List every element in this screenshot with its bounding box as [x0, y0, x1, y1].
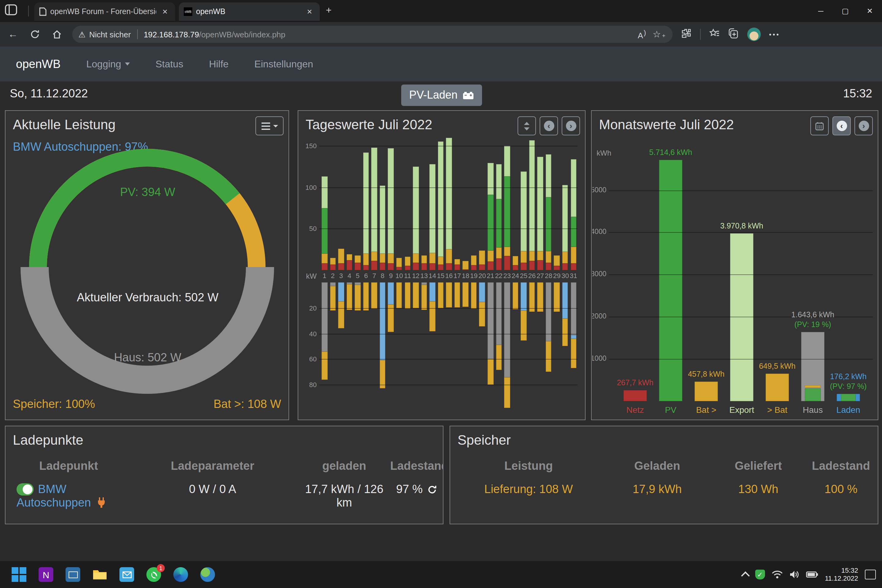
bar-segment — [330, 264, 336, 270]
maximize-button[interactable]: ▢ — [833, 7, 858, 15]
bar-segment — [322, 254, 327, 263]
bar-segment — [388, 282, 394, 304]
extensions-icon[interactable] — [681, 28, 692, 41]
collections-icon[interactable] — [728, 28, 739, 41]
tray-clock[interactable]: 15:3211.12.2022 — [825, 567, 858, 582]
bar-segment — [429, 282, 435, 302]
nav-logging[interactable]: Logging — [86, 58, 130, 69]
bar-segment — [380, 254, 386, 263]
previous-day-button[interactable]: ‹ — [540, 116, 558, 135]
daily-chart[interactable]: 5010015020406080kW1234567891011121314151… — [298, 111, 585, 420]
refresh-icon[interactable] — [428, 485, 437, 494]
close-tab-icon[interactable]: ✕ — [160, 8, 170, 16]
openwb-favicon: oWB — [184, 8, 192, 16]
gridline — [319, 385, 578, 385]
x-axis-tick: 30 — [561, 272, 569, 279]
nav-status[interactable]: Status — [156, 58, 183, 69]
bar-segment — [479, 282, 485, 302]
next-day-button[interactable]: › — [562, 116, 580, 135]
bar-segment — [372, 252, 377, 261]
bar-segment — [496, 345, 502, 370]
taskbar-browser-icon[interactable] — [200, 567, 216, 582]
reload-icon[interactable] — [26, 26, 44, 43]
bar-value-label: 5.714,6 kWh — [628, 148, 714, 158]
minimize-button[interactable]: ─ — [808, 7, 833, 15]
gauge-menu-button[interactable] — [255, 116, 284, 135]
nav-hilfe[interactable]: Hilfe — [209, 58, 228, 69]
bar-segment — [388, 148, 394, 254]
start-button[interactable] — [11, 567, 27, 582]
tab-openwb-forum[interactable]: openWB Forum - Foren-Übersich ✕ — [34, 3, 175, 21]
bar-segment — [562, 184, 568, 252]
taskbar-explorer-icon[interactable] — [92, 567, 108, 582]
x-axis-tick: 15 — [436, 272, 445, 279]
x-axis-tick: 17 — [453, 272, 462, 279]
volume-icon[interactable] — [789, 570, 800, 579]
bar-segment — [338, 249, 344, 264]
action-center-icon[interactable] — [865, 570, 876, 579]
next-month-button[interactable]: › — [854, 116, 873, 135]
bar-segment — [388, 304, 394, 332]
tab-openwb[interactable]: oWB openWB ✕ — [179, 3, 320, 21]
calendar-button[interactable] — [810, 116, 829, 135]
bar-segment — [446, 249, 452, 263]
profile-avatar[interactable] — [747, 28, 761, 41]
taskbar-edge-icon[interactable] — [173, 567, 189, 582]
panel-title: Speicher — [458, 432, 511, 448]
sort-button[interactable] — [518, 116, 536, 135]
not-secure-icon: ⚠ — [78, 30, 86, 39]
monthly-chart[interactable]: kWh10002000300040005000267,7 kWhNetz5.71… — [592, 111, 878, 420]
x-axis-tick: 28 — [544, 272, 553, 279]
x-axis-tick: 4 — [345, 272, 353, 279]
nav-einstellungen[interactable]: Einstellungen — [254, 58, 313, 69]
taskbar-whatsapp-icon[interactable]: 1 — [146, 567, 162, 582]
bar-segment — [330, 258, 336, 264]
taskbar-app-icon[interactable] — [65, 567, 81, 582]
bar-segment — [380, 360, 386, 388]
bar-segment — [520, 251, 526, 263]
x-axis-tick: 24 — [511, 272, 519, 279]
read-aloud-icon[interactable]: A) — [638, 29, 647, 40]
x-axis-tick: 12 — [412, 272, 420, 279]
x-axis-tick: 14 — [428, 272, 436, 279]
bar-segment — [438, 282, 444, 308]
wifi-icon[interactable] — [772, 570, 783, 579]
bar-segment — [413, 263, 418, 270]
tab-actions-icon[interactable] — [5, 4, 20, 18]
charge-mode-button[interactable]: PV-Laden — [401, 84, 482, 106]
close-button[interactable]: ✕ — [858, 7, 882, 15]
bar — [624, 390, 647, 401]
bar-segment — [562, 318, 568, 346]
bar-segment — [405, 266, 410, 270]
address-bar[interactable]: ⚠ Nicht sicher 192.168.178.79 /openWB/we… — [72, 26, 672, 43]
bar-segment — [372, 261, 377, 270]
chevron-right-icon: › — [858, 121, 869, 131]
bar-segment — [546, 263, 552, 270]
calendar-icon — [815, 122, 824, 130]
status-row: So, 11.12.2022 PV-Laden 15:32 — [0, 81, 882, 108]
taskbar-onenote-icon[interactable]: N — [38, 567, 54, 582]
charge-point-toggle[interactable] — [16, 483, 34, 495]
add-favorite-icon[interactable]: ☆＋ — [652, 29, 666, 40]
previous-month-button[interactable]: ‹ — [832, 116, 851, 135]
x-axis-tick: 27 — [536, 272, 544, 279]
bar-segment — [529, 140, 535, 251]
battery-status-icon[interactable] — [806, 571, 818, 578]
bar-segment — [346, 260, 352, 270]
home-icon[interactable] — [48, 26, 66, 43]
favorites-icon[interactable] — [709, 28, 720, 41]
bar-segment — [421, 282, 427, 285]
bar-segment — [429, 164, 435, 253]
security-shield-icon[interactable]: ✓ — [755, 570, 765, 579]
bar-segment — [554, 255, 560, 266]
bar-segment — [520, 310, 526, 340]
taskbar-mail-icon[interactable] — [119, 567, 135, 582]
tab-title: openWB Forum - Foren-Übersich — [50, 8, 156, 16]
tray-expand-icon[interactable] — [741, 572, 749, 580]
bar-segment — [396, 282, 402, 308]
new-tab-button[interactable]: + — [326, 5, 332, 16]
bar-segment — [338, 282, 344, 302]
settings-menu-icon[interactable] — [769, 33, 778, 35]
back-icon[interactable]: ← — [4, 26, 22, 43]
close-tab-icon[interactable]: ✕ — [304, 8, 315, 16]
